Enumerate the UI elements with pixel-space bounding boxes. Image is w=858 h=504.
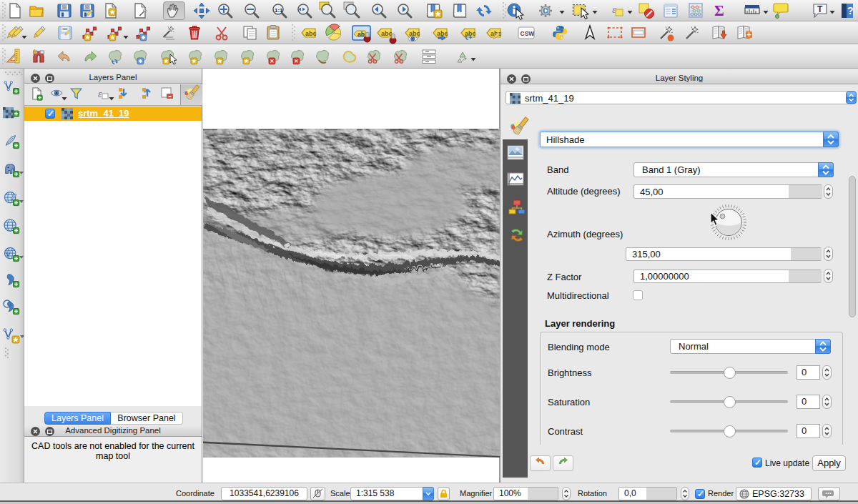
svg-text:ab: ab <box>358 31 365 38</box>
svg-text:1:1: 1:1 <box>275 7 283 14</box>
svg-text:ε: ε <box>98 89 102 99</box>
